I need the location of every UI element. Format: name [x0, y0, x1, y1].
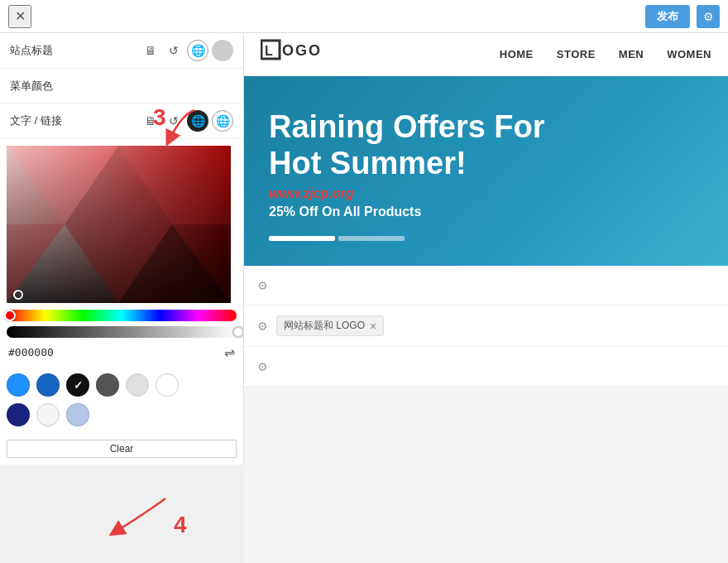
tag-close-button[interactable]: ×	[370, 320, 376, 333]
tag-text: 网站标题和 LOGO	[284, 319, 365, 333]
svg-text:L: L	[265, 44, 275, 58]
hero-banner: Raining Offers For Hot Summer! www.zjcp.…	[244, 76, 728, 266]
globe-outline-btn[interactable]: 🌐	[212, 110, 233, 132]
swatches-row-1	[7, 373, 237, 397]
color-picker: #000000 ⇌	[0, 139, 243, 367]
hex-value: #000000	[8, 346, 54, 358]
hero-subtitle: 25% Off On All Products	[269, 205, 703, 219]
site-logo: L OGO	[261, 37, 335, 72]
menu-color-row: 菜单颜色	[0, 69, 243, 103]
swatch-black-selected[interactable]	[66, 373, 89, 397]
content-rows: ⚙ ⚙ 网站标题和 LOGO × ⚙	[244, 266, 728, 563]
logo-svg: L OGO	[261, 37, 335, 67]
swatches-row-2	[7, 403, 237, 426]
gear-icon: ⚙	[703, 10, 714, 23]
gear-icon-row3[interactable]: ⚙	[257, 360, 268, 373]
clear-button[interactable]: Clear	[7, 440, 237, 458]
undo-icon-btn-2[interactable]: ↺	[164, 111, 184, 131]
right-content: L OGO HOME STORE MEN WOMEN Raining Offer…	[244, 33, 728, 563]
nav-men[interactable]: MEN	[619, 48, 644, 60]
undo-icon-btn[interactable]: ↺	[164, 41, 184, 60]
color-swatch-btn[interactable]	[212, 40, 233, 61]
content-row-1: ⚙	[244, 266, 728, 306]
close-button[interactable]: ✕	[8, 5, 31, 28]
content-tag: 网站标题和 LOGO ×	[276, 315, 384, 336]
alpha-slider[interactable]	[7, 326, 237, 338]
swatch-light-blue[interactable]	[66, 403, 89, 426]
nav-women[interactable]: WOMEN	[667, 48, 711, 60]
content-row-3: ⚙	[244, 347, 728, 387]
hero-title-line1: Raining Offers For	[269, 109, 545, 144]
swatch-navy[interactable]	[7, 403, 30, 426]
hue-slider[interactable]	[7, 310, 237, 321]
globe-dark-btn[interactable]: 🌐	[187, 110, 208, 132]
hero-tabs	[269, 236, 703, 241]
gear-icon-row1[interactable]: ⚙	[257, 279, 268, 292]
swatch-white[interactable]	[156, 373, 179, 397]
swatch-blue[interactable]	[7, 373, 30, 397]
content-row-2: ⚙ 网站标题和 LOGO ×	[244, 306, 728, 347]
menu-color-label: 菜单颜色	[10, 79, 233, 94]
nav-home[interactable]: HOME	[500, 48, 534, 60]
hero-title: Raining Offers For Hot Summer!	[269, 109, 703, 181]
swatch-dark-gray[interactable]	[96, 373, 119, 397]
hero-tab-2[interactable]	[338, 236, 405, 241]
text-link-label: 文字 / 链接	[10, 113, 141, 128]
globe-icon-btn-1[interactable]: 🌐	[187, 40, 208, 61]
desktop-icon-btn-2[interactable]: 🖥	[141, 111, 160, 131]
swatch-dark-blue[interactable]	[36, 373, 60, 397]
color-gradient-canvas[interactable]	[7, 146, 231, 303]
nav-store[interactable]: STORE	[557, 48, 596, 60]
annotation-4: 4	[174, 512, 187, 538]
picker-cursor[interactable]	[13, 290, 23, 300]
hero-subtitle-red: www.zjcp.org	[269, 186, 703, 201]
swatch-near-white[interactable]	[36, 403, 60, 426]
sliders-icon[interactable]: ⇌	[224, 344, 235, 360]
gradient-svg	[7, 146, 231, 303]
publish-button[interactable]: 发布	[645, 5, 690, 28]
site-title-row: 站点标题 🖥 ↺ 🌐	[0, 33, 243, 69]
nav-links: HOME STORE MEN WOMEN	[500, 48, 711, 60]
site-title-label: 站点标题	[10, 43, 141, 58]
svg-text:OGO: OGO	[282, 42, 322, 59]
swatches-area	[0, 367, 243, 436]
hex-row: #000000 ⇌	[7, 344, 237, 360]
desktop-icon-btn[interactable]: 🖥	[141, 41, 160, 60]
hero-title-line2: Hot Summer!	[269, 146, 467, 180]
hero-tab-1[interactable]	[269, 236, 335, 241]
settings-button[interactable]: ⚙	[697, 5, 720, 28]
arrow-4-svg	[99, 494, 174, 540]
site-nav: L OGO HOME STORE MEN WOMEN	[244, 33, 728, 76]
close-icon: ✕	[15, 8, 26, 24]
swatch-light-gray[interactable]	[126, 373, 149, 397]
text-link-row: 文字 / 链接 🖥 ↺ 🌐 🌐	[0, 103, 243, 139]
gear-icon-row2[interactable]: ⚙	[257, 320, 268, 333]
